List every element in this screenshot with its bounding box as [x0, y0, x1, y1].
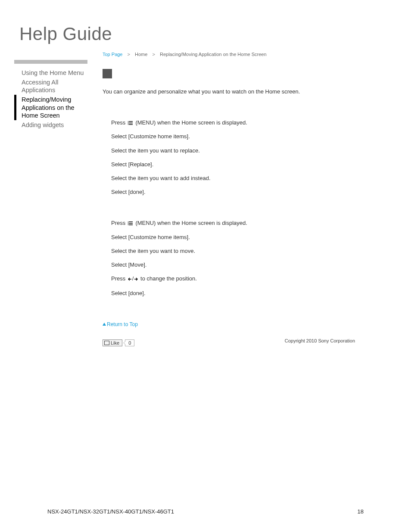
intro-text: You can organize and personalize what yo…	[103, 88, 370, 96]
breadcrumb: Top Page > Home > Replacing/Moving Appli…	[103, 52, 370, 57]
step-text: Select [done].	[111, 289, 370, 297]
breadcrumb-current: Replacing/Moving Application on the Home…	[160, 52, 267, 57]
breadcrumb-sep: >	[128, 52, 130, 57]
steps-move: Press (MENU) when the Home screen is dis…	[103, 219, 370, 297]
footer-page-number: 18	[358, 508, 364, 515]
steps-replace: Press (MENU) when the Home screen is dis…	[103, 119, 370, 196]
step-text: Select [done].	[111, 188, 370, 196]
menu-icon	[128, 121, 133, 125]
triangle-up-icon	[103, 323, 106, 326]
step-text: Select [Customize home items].	[111, 133, 370, 140]
breadcrumb-top-page[interactable]: Top Page	[103, 52, 122, 57]
return-to-top-link[interactable]: Return to Top	[103, 321, 138, 327]
step-text: Select the item you want to replace.	[111, 147, 370, 155]
sidebar-item-using-home-menu[interactable]: Using the Home Menu	[14, 68, 87, 78]
sidebar: Using the Home Menu Accessing All Applic…	[14, 60, 87, 130]
menu-icon	[128, 221, 133, 226]
like-count: 0	[125, 339, 134, 346]
step-text: Select the item you want to move.	[111, 247, 370, 255]
page-title: Help Guide	[19, 24, 112, 44]
copyright-text: Copyright 2010 Sony Corporation	[285, 338, 355, 343]
return-label: Return to Top	[107, 321, 138, 327]
step-text: Press (MENU) when the Home screen is dis…	[111, 219, 370, 227]
section-marker-icon	[103, 69, 112, 78]
step-text: Select [Customize home items].	[111, 233, 370, 241]
thumb-icon	[104, 341, 109, 345]
main-content: Top Page > Home > Replacing/Moving Appli…	[103, 52, 370, 346]
like-button[interactable]: Like	[103, 339, 122, 346]
step-text: Press / to change the position.	[111, 275, 370, 283]
arrow-right-icon	[134, 276, 138, 283]
arrow-left-icon	[128, 276, 132, 283]
sidebar-item-adding-widgets[interactable]: Adding widgets	[14, 120, 87, 130]
breadcrumb-sep: >	[152, 52, 155, 57]
step-text: Select [Replace].	[111, 161, 370, 168]
like-label: Like	[111, 340, 119, 345]
step-text: Select [Move].	[111, 261, 370, 269]
sidebar-item-accessing-all-apps[interactable]: Accessing All Applications	[14, 78, 87, 95]
step-text: Press (MENU) when the Home screen is dis…	[111, 119, 370, 127]
step-text: Select the item you want to add instead.	[111, 174, 370, 182]
sidebar-item-replacing-moving[interactable]: Replacing/Moving Applications on the Hom…	[14, 95, 87, 120]
sidebar-divider	[14, 60, 87, 64]
footer-models: NSX-24GT1/NSX-32GT1/NSX-40GT1/NSX-46GT1	[47, 508, 174, 515]
breadcrumb-home: Home	[135, 52, 147, 57]
